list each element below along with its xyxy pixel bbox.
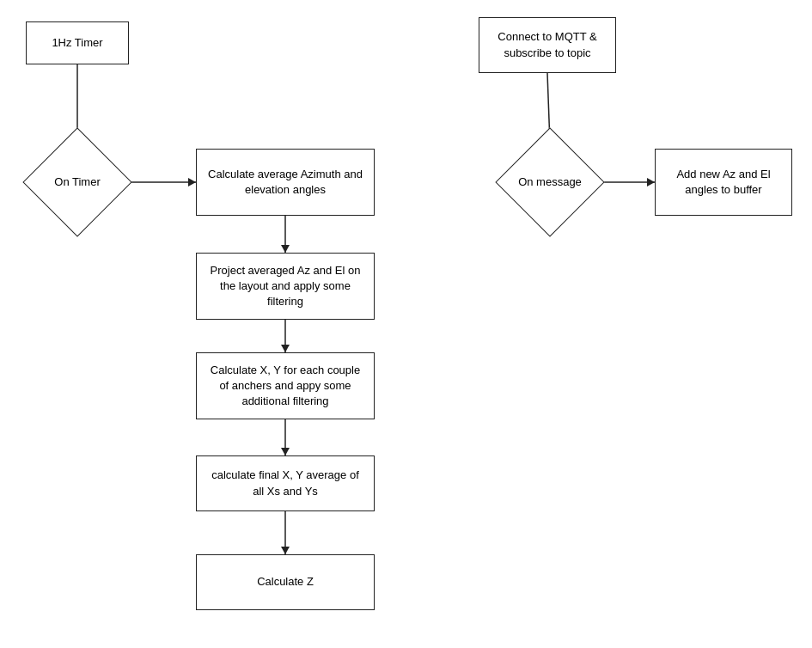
flowchart-diagram: 1Hz Timer Connect to MQTT & subscribe to… xyxy=(0,0,812,648)
timer-box: 1Hz Timer xyxy=(26,21,129,64)
svg-marker-15 xyxy=(647,178,655,186)
on-timer-diamond: On Timer xyxy=(39,144,116,221)
calc-avg-box: Calculate average Azimuth and elevation … xyxy=(196,149,375,216)
finalxy-box: calculate final X, Y average of all Xs a… xyxy=(196,455,375,511)
svg-marker-5 xyxy=(281,245,290,253)
mqtt-box: Connect to MQTT & subscribe to topic xyxy=(479,17,616,73)
calcz-box: Calculate Z xyxy=(196,554,375,610)
svg-marker-7 xyxy=(281,345,290,352)
on-message-diamond: On message xyxy=(511,144,589,221)
connector-lines xyxy=(0,0,812,648)
calcxy-box: Calculate X, Y for each couple of ancher… xyxy=(196,352,375,419)
svg-marker-9 xyxy=(281,448,290,455)
svg-marker-3 xyxy=(188,178,196,186)
project-box: Project averaged Az and El on the layout… xyxy=(196,253,375,320)
svg-marker-11 xyxy=(281,547,290,554)
add-azel-box: Add new Az and El angles to buffer xyxy=(655,149,792,216)
